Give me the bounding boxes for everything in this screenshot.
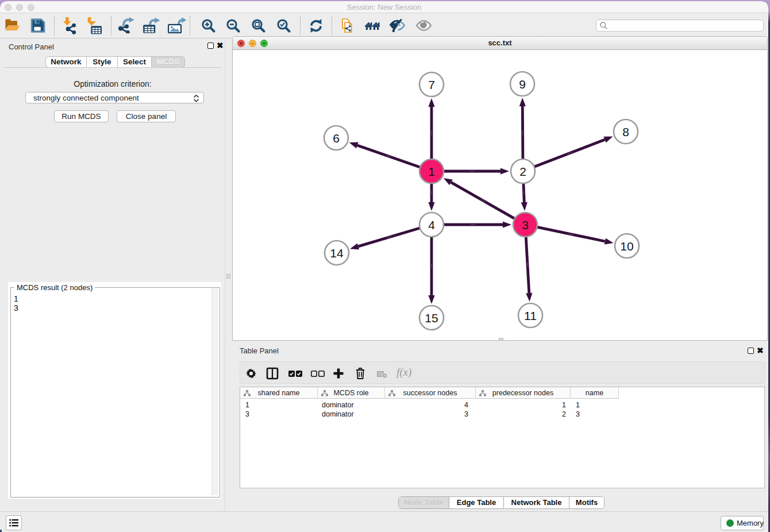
svg-text:11: 11: [524, 309, 537, 322]
svg-text:9: 9: [519, 78, 526, 91]
svg-text:3: 3: [522, 218, 529, 232]
svg-text:7: 7: [428, 78, 435, 91]
svg-text:6: 6: [333, 132, 340, 145]
svg-text:14: 14: [330, 246, 344, 260]
svg-text:4: 4: [428, 218, 435, 232]
svg-text:15: 15: [425, 311, 438, 325]
svg-text:2: 2: [519, 165, 526, 178]
svg-text:10: 10: [620, 240, 633, 253]
svg-text:8: 8: [622, 125, 629, 138]
svg-text:1: 1: [428, 165, 435, 178]
